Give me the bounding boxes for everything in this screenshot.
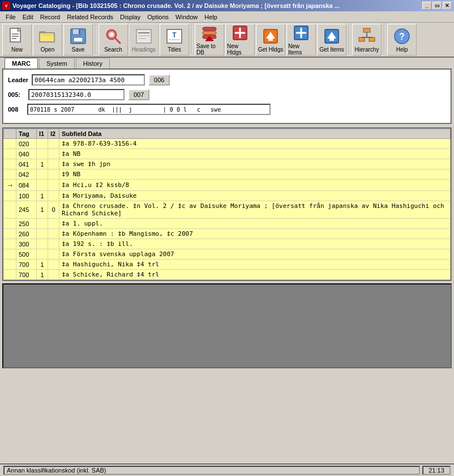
search-label: Search — [104, 46, 122, 53]
marc-fixed-fields: Leader 006 005: 007 008 — [2, 69, 452, 124]
table-row[interactable]: 042‡9 NB — [4, 169, 451, 180]
subfield-cell: ‡a Chrono crusade. ‡n Vol. 2 / ‡c av Dai… — [59, 201, 451, 219]
status-left: Annan klassifikationskod (inkl. SAB) — [3, 466, 420, 475]
tab-history[interactable]: History — [76, 58, 110, 69]
col-subfield: Subfield Data — [59, 129, 451, 139]
i2-cell — [48, 169, 59, 180]
toolbar: New Open Save — [0, 23, 454, 58]
open-button[interactable]: Open — [33, 24, 62, 56]
restore-button[interactable]: ▭ — [432, 2, 442, 10]
arrow-cell — [4, 201, 16, 219]
field-008-label: 008 — [8, 106, 24, 113]
i1-cell — [37, 149, 48, 159]
i2-cell — [48, 149, 59, 159]
table-row[interactable]: 7001‡a Schicke, Richard ‡4 trl — [4, 270, 451, 280]
tag-cell: 245 — [16, 201, 37, 219]
newitems-icon — [292, 24, 310, 42]
table-row[interactable]: 040‡a NB — [4, 149, 451, 159]
i2-cell — [48, 159, 59, 169]
help-icon: ? — [393, 27, 411, 45]
menu-related-records[interactable]: Related Records — [63, 12, 117, 22]
svg-rect-34 — [268, 39, 273, 41]
menu-record[interactable]: Record — [37, 12, 63, 22]
get-hldgs-button[interactable]: Get Hldgs — [256, 24, 285, 56]
menu-file[interactable]: File — [2, 12, 19, 22]
arrow-cell — [4, 270, 16, 280]
hierarchy-icon — [358, 27, 376, 45]
table-row[interactable]: 300‡a 192 s. : ‡b ill. — [4, 239, 451, 249]
table-row[interactable]: 24510‡a Chrono crusade. ‡n Vol. 2 / ‡c a… — [4, 201, 451, 219]
svg-line-16 — [115, 38, 120, 43]
tag-cell: 100 — [16, 191, 37, 201]
headings-label: Headings — [132, 46, 156, 53]
open-label: Open — [41, 46, 54, 53]
field-005-label: 005: — [8, 91, 25, 98]
i1-cell: 1 — [37, 270, 48, 280]
titles-button[interactable]: T Titles — [160, 24, 189, 56]
table-row[interactable]: 0411‡a swe ‡h jpn — [4, 159, 451, 169]
new-items-button[interactable]: New Items — [286, 24, 316, 56]
records-container: Tag I1 I2 Subfield Data 020‡a 978-87-639… — [2, 128, 452, 281]
minimize-button[interactable]: _ — [422, 2, 431, 10]
title-bar-controls[interactable]: _ ▭ ✕ — [422, 2, 452, 10]
search-button[interactable]: Search — [98, 24, 128, 56]
new-hldgs-label: New Hldgs — [227, 43, 253, 56]
menu-edit[interactable]: Edit — [19, 12, 37, 22]
i1-cell — [37, 180, 48, 191]
tab-marc[interactable]: MARC — [5, 58, 38, 69]
new-hldgs-button[interactable]: New Hldgs — [225, 24, 255, 56]
subfield-cell: ‡a NB — [59, 149, 451, 159]
get-items-button[interactable]: Get Items — [317, 24, 346, 56]
leader-input[interactable] — [32, 74, 145, 86]
save-button[interactable]: Save — [63, 24, 93, 56]
i1-cell — [37, 139, 48, 149]
svg-text:T: T — [172, 31, 177, 39]
field-005-input[interactable] — [28, 89, 125, 100]
table-row[interactable]: →084‡a Hci,u ‡2 kssb/8 — [4, 180, 451, 191]
subfield-cell: ‡a Schicke, Richard ‡4 trl — [59, 270, 451, 280]
status-time: 21:13 — [422, 466, 451, 475]
hierarchy-button[interactable]: Hierarchy — [352, 24, 382, 56]
save-icon — [69, 27, 87, 45]
menu-options[interactable]: Options — [144, 12, 172, 22]
menu-display[interactable]: Display — [117, 12, 144, 22]
menu-help[interactable]: Help — [201, 12, 221, 22]
tab-system[interactable]: System — [39, 58, 75, 69]
btn-007[interactable]: 007 — [128, 89, 149, 100]
field-008-input[interactable] — [27, 104, 271, 115]
search-icon — [104, 27, 122, 45]
field-005-row: 005: 007 — [8, 89, 446, 100]
i1-cell — [37, 169, 48, 180]
col-i1: I1 — [37, 129, 48, 139]
i1-cell: 1 — [37, 260, 48, 270]
headings-button[interactable]: Headings — [129, 24, 159, 56]
new-button[interactable]: New — [2, 24, 32, 56]
leader-row: Leader 006 — [8, 74, 446, 86]
svg-rect-41 — [363, 28, 370, 32]
help-button[interactable]: ? Help — [387, 24, 417, 56]
table-row[interactable]: 500‡a Första svenska upplaga 2007 — [4, 249, 451, 260]
table-row[interactable]: 020‡a 978-87-639-3156-4 — [4, 139, 451, 149]
i2-cell — [48, 260, 59, 270]
help-label: Help — [396, 46, 408, 53]
field-008-row: 008 — [8, 104, 446, 115]
tag-cell: 084 — [16, 180, 37, 191]
svg-text:?: ? — [399, 32, 405, 41]
table-row[interactable]: 7001‡a Hashiguchi, Nika ‡4 trl — [4, 260, 451, 270]
table-row[interactable]: 250‡a 1. uppl. — [4, 219, 451, 229]
save-to-db-label: Save to DB — [196, 43, 222, 56]
btn-006[interactable]: 006 — [148, 74, 170, 86]
menu-window[interactable]: Window — [172, 12, 201, 22]
table-row[interactable]: 260‡a Köpenhamn : ‡b Mangismo, ‡c 2007 — [4, 229, 451, 239]
svg-rect-26 — [203, 31, 216, 35]
gethldgs-icon — [262, 27, 280, 45]
close-button[interactable]: ✕ — [443, 2, 452, 10]
i1-cell — [37, 239, 48, 249]
table-row[interactable]: 1001‡a Moriyama, Daisuke — [4, 191, 451, 201]
col-arrow — [4, 129, 16, 139]
i2-cell — [48, 270, 59, 280]
save-to-db-button[interactable]: Save to DB — [195, 24, 224, 56]
subfield-cell: ‡a Hci,u ‡2 kssb/8 — [59, 180, 451, 191]
i1-cell — [37, 249, 48, 260]
i1-cell — [37, 229, 48, 239]
